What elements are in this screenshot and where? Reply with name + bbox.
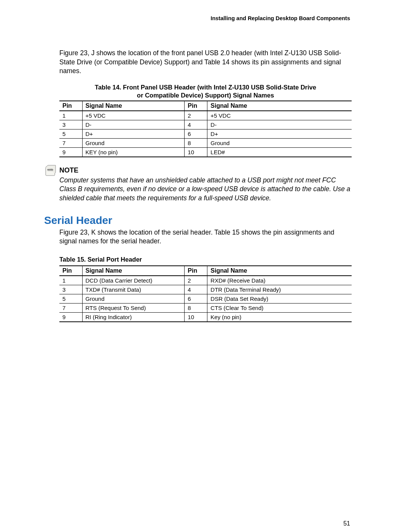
table15-caption: Table 15. Serial Port Header: [59, 256, 352, 263]
note-title: NOTE: [59, 166, 352, 174]
cell-signal: CTS (Clear To Send): [207, 303, 352, 312]
cell-signal: Key (no pin): [207, 312, 352, 322]
intro-paragraph: Figure 23, J shows the location of the f…: [59, 49, 352, 76]
cell-signal: D+: [82, 129, 185, 138]
cell-pin: 1: [59, 276, 82, 285]
running-header: Installing and Replacing Desktop Board C…: [44, 15, 352, 21]
th-pin: Pin: [59, 101, 82, 111]
cell-pin: 9: [59, 147, 82, 157]
table-row: 3 TXD# (Transmit Data) 4 DTR (Data Termi…: [59, 285, 352, 294]
cell-pin: 10: [185, 147, 207, 157]
cell-pin: 8: [185, 303, 207, 312]
note-body: Computer systems that have an unshielded…: [59, 176, 352, 203]
cell-signal: Ground: [82, 138, 185, 147]
cell-pin: 2: [185, 276, 207, 285]
th-pin: Pin: [59, 266, 82, 276]
table15-header-row: Pin Signal Name Pin Signal Name: [59, 266, 352, 276]
th-pin: Pin: [185, 266, 207, 276]
cell-pin: 5: [59, 294, 82, 303]
table-row: 9 KEY (no pin) 10 LED#: [59, 147, 352, 157]
note-block: NOTE NOTE Computer systems that have an …: [44, 166, 352, 203]
table14: Pin Signal Name Pin Signal Name 1 +5 VDC…: [59, 101, 352, 157]
serial-intro-paragraph: Figure 23, K shows the location of the s…: [59, 228, 352, 246]
th-signal: Signal Name: [82, 266, 185, 276]
th-pin: Pin: [185, 101, 207, 111]
cell-pin: 7: [59, 138, 82, 147]
th-signal: Signal Name: [207, 101, 352, 111]
cell-signal: RXD# (Receive Data): [207, 276, 352, 285]
cell-pin: 6: [185, 294, 207, 303]
table-row: 5 D+ 6 D+: [59, 129, 352, 138]
th-signal: Signal Name: [82, 101, 185, 111]
cell-signal: TXD# (Transmit Data): [82, 285, 185, 294]
cell-signal: RI (Ring Indicator): [82, 312, 185, 322]
cell-pin: 3: [59, 285, 82, 294]
section-heading-serial-header: Serial Header: [44, 214, 352, 227]
table-row: 3 D- 4 D-: [59, 120, 352, 129]
cell-pin: 9: [59, 312, 82, 322]
cell-signal: D-: [207, 120, 352, 129]
cell-signal: Ground: [82, 294, 185, 303]
cell-pin: 2: [185, 111, 207, 120]
cell-pin: 1: [59, 111, 82, 120]
note-icon: NOTE: [44, 165, 57, 179]
cell-signal: DTR (Data Terminal Ready): [207, 285, 352, 294]
cell-pin: 4: [185, 120, 207, 129]
page-number: 51: [44, 520, 352, 527]
cell-pin: 8: [185, 138, 207, 147]
table-row: 7 RTS (Request To Send) 8 CTS (Clear To …: [59, 303, 352, 312]
table-row: 5 Ground 6 DSR (Data Set Ready): [59, 294, 352, 303]
cell-pin: 3: [59, 120, 82, 129]
cell-signal: D+: [207, 129, 352, 138]
cell-pin: 7: [59, 303, 82, 312]
cell-pin: 4: [185, 285, 207, 294]
cell-signal: RTS (Request To Send): [82, 303, 185, 312]
table-row: 9 RI (Ring Indicator) 10 Key (no pin): [59, 312, 352, 322]
th-signal: Signal Name: [207, 266, 352, 276]
table14-caption-line1: Table 14. Front Panel USB Header (with I…: [95, 84, 316, 91]
cell-pin: 5: [59, 129, 82, 138]
cell-pin: 10: [185, 312, 207, 322]
cell-pin: 6: [185, 129, 207, 138]
cell-signal: +5 VDC: [82, 111, 185, 120]
cell-signal: +5 VDC: [207, 111, 352, 120]
table-row: 7 Ground 8 Ground: [59, 138, 352, 147]
table14-caption-line2: or Compatible Device) Support) Signal Na…: [137, 92, 274, 99]
cell-signal: Ground: [207, 138, 352, 147]
table-row: 1 DCD (Data Carrier Detect) 2 RXD# (Rece…: [59, 276, 352, 285]
table15: Pin Signal Name Pin Signal Name 1 DCD (D…: [59, 265, 352, 322]
cell-signal: DSR (Data Set Ready): [207, 294, 352, 303]
cell-signal: D-: [82, 120, 185, 129]
table14-caption: Table 14. Front Panel USB Header (with I…: [59, 83, 352, 100]
table14-header-row: Pin Signal Name Pin Signal Name: [59, 101, 352, 111]
cell-signal: DCD (Data Carrier Detect): [82, 276, 185, 285]
cell-signal: LED#: [207, 147, 352, 157]
cell-signal: KEY (no pin): [82, 147, 185, 157]
svg-text:NOTE: NOTE: [48, 168, 53, 171]
table-row: 1 +5 VDC 2 +5 VDC: [59, 111, 352, 120]
